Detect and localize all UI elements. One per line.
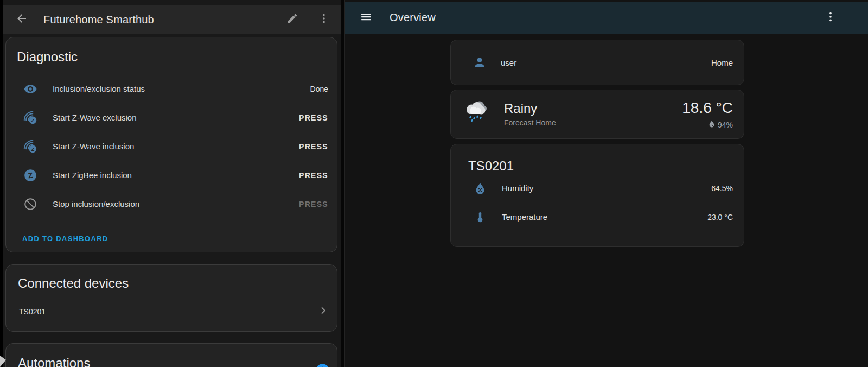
humidity-row[interactable]: Humidity 64.5% [451, 174, 744, 203]
zwave-exclusion-row: Z Start Z-Wave exclusion PRESS [6, 103, 337, 132]
thermometer-icon [474, 211, 487, 224]
mouse-cursor [0, 356, 8, 367]
zwave-icon: Z [23, 111, 37, 125]
row-label: Inclusion/exclusion status [53, 84, 310, 93]
device-page-menu-button[interactable] [315, 10, 333, 29]
sensor-label: Humidity [502, 184, 711, 193]
edit-device-button[interactable] [283, 10, 302, 29]
row-label: Start Z-Wave inclusion [53, 142, 299, 151]
hamburger-icon [360, 10, 373, 26]
temperature-row[interactable]: Temperature 23.0 °C [451, 203, 744, 231]
inclusion-status-row: Inclusion/exclusion status Done [6, 74, 337, 103]
weather-subtitle: Forecast Home [504, 118, 556, 127]
automations-title: Automations [6, 356, 337, 367]
svg-text:Z: Z [31, 146, 35, 151]
sensor-device-card: TS0201 Humidity 64.5% Temperature 23.0 °… [450, 144, 744, 247]
sensor-card-title: TS0201 [451, 159, 744, 174]
press-button[interactable]: PRESS [299, 113, 328, 122]
back-button[interactable] [13, 11, 30, 28]
user-name: user [501, 58, 711, 67]
row-label: Start Z-Wave exclusion [53, 113, 299, 122]
eye-icon [23, 82, 37, 96]
row-label: Stop inclusion/exclusion [53, 199, 299, 208]
svg-text:Z: Z [31, 117, 35, 123]
dots-vertical-icon [318, 12, 330, 27]
device-page-title: Futurehome Smarthub [43, 14, 154, 26]
pencil-icon [286, 12, 298, 27]
overview-title: Overview [390, 11, 436, 24]
zigbee-icon: Z [23, 168, 37, 182]
connected-devices-card: Connected devices TS0201 [5, 264, 337, 332]
row-label: Start ZigBee inclusion [53, 170, 299, 180]
user-card[interactable]: user Home [450, 40, 744, 85]
overview-panel: Overview user Home [345, 0, 868, 367]
overview-menu-button[interactable] [821, 9, 840, 27]
status-value: Done [310, 85, 328, 93]
add-to-dashboard-button[interactable]: ADD TO DASHBOARD [22, 235, 108, 243]
humidity-small-icon [708, 120, 716, 129]
weather-card[interactable]: Rainy Forecast Home 18.6 °C 94% [450, 90, 744, 139]
press-button[interactable]: PRESS [299, 142, 328, 151]
weather-temperature: 18.6 °C [682, 99, 733, 117]
automations-card: Automations [5, 343, 337, 367]
connected-device-row[interactable]: TS0201 [6, 298, 337, 326]
sensor-label: Temperature [502, 212, 707, 222]
block-icon [23, 197, 37, 211]
window-divider[interactable] [341, 0, 345, 367]
zwave-icon: Z [23, 140, 37, 154]
diagnostic-card: Diagnostic Inclusion/exclusion status Do… [5, 37, 337, 252]
overview-header: Overview [345, 2, 868, 34]
sensor-value: 64.5% [711, 184, 733, 193]
dots-vertical-icon [825, 11, 837, 25]
stop-inclusion-row: Stop inclusion/exclusion PRESS [6, 189, 337, 218]
weather-humidity: 94% [708, 120, 733, 129]
diagnostic-card-title: Diagnostic [6, 49, 337, 65]
humidity-icon [474, 182, 487, 195]
person-icon [473, 55, 487, 69]
device-page-content: Diagnostic Inclusion/exclusion status Do… [3, 34, 341, 367]
weather-condition: Rainy [504, 101, 537, 116]
device-page-header: Futurehome Smarthub [3, 5, 341, 34]
diagnostic-card-footer: ADD TO DASHBOARD [6, 225, 337, 252]
add-automation-button[interactable] [315, 363, 330, 367]
zwave-inclusion-row: Z Start Z-Wave inclusion PRESS [6, 132, 337, 161]
humidity-value: 94% [718, 121, 733, 129]
press-button[interactable]: PRESS [299, 171, 328, 180]
device-name: TS0201 [19, 307, 317, 316]
user-location: Home [711, 58, 733, 67]
app-window: Futurehome Smarthub Diagnostic [0, 0, 868, 367]
back-arrow-icon [15, 12, 28, 27]
zigbee-inclusion-row: Z Start ZigBee inclusion PRESS [6, 161, 337, 189]
press-button-disabled: PRESS [299, 200, 328, 208]
device-page-panel: Futurehome Smarthub Diagnostic [3, 0, 341, 367]
rainy-cloud-icon [464, 99, 489, 124]
overview-content: user Home [345, 34, 868, 367]
sensor-value: 23.0 °C [707, 213, 733, 222]
connected-devices-title: Connected devices [6, 276, 337, 291]
chevron-right-icon [317, 305, 329, 319]
sidebar-menu-button[interactable] [357, 9, 375, 27]
